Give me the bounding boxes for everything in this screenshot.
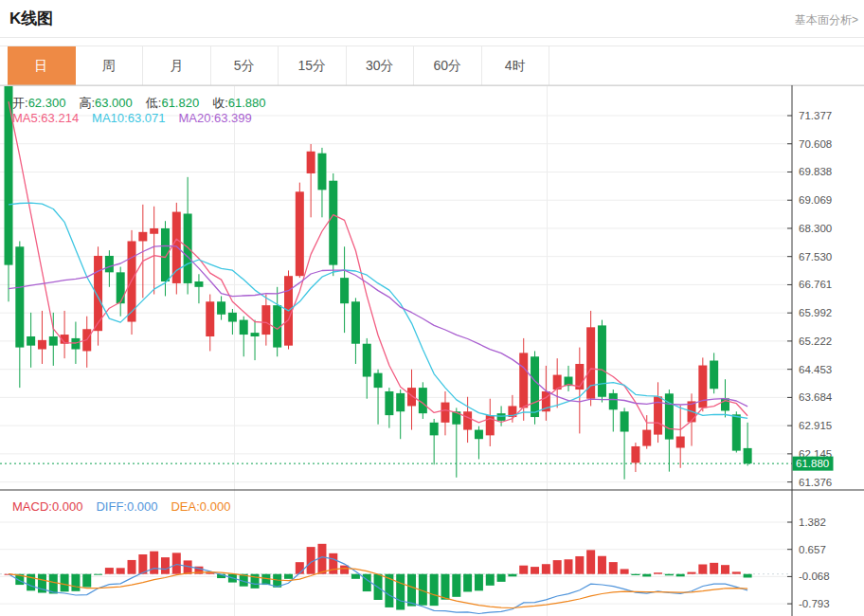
axis-label: -0.068 [799,571,830,582]
macd-bar-negative [475,574,483,591]
macd-bar-negative [351,574,360,579]
axis-label: 63.684 [799,391,833,403]
macd-bar-negative [94,574,102,575]
last-price-badge-text: 61.880 [796,458,829,469]
candle-down [317,154,326,190]
candle-up [307,152,315,173]
macd-bar-negative [665,574,674,576]
axis-label: 61.376 [799,477,832,488]
candle-down [105,256,114,272]
kline-canvas[interactable]: 71.37770.60869.83869.06968.30067.53066.7… [0,0,864,616]
macd-bar-negative [396,574,405,610]
macd-bar-negative [407,574,416,607]
macd-bar-positive [698,565,707,574]
macd-bar-positive [721,565,729,574]
macd-bar-negative [486,574,495,586]
candle-up [631,446,639,462]
candle-up [38,340,46,350]
macd-bar-positive [317,544,326,574]
macd-bar-negative [744,574,752,578]
macd-bar-negative [61,574,69,592]
candle-down [15,246,24,347]
candle-down [5,85,13,264]
macd-bar-positive [575,556,584,574]
candle-up [441,403,449,423]
candle-down [385,391,393,415]
axis-label: 71.377 [799,110,832,121]
axis-label: 69.838 [799,166,832,177]
candle-down [598,325,606,396]
candle-down [363,344,371,377]
macd-bar-positive [586,550,595,573]
macd-bar-positive [609,562,618,574]
macd-bar-negative [82,574,91,588]
kline-page: K线图 基本面分析> 日周月5分15分30分60分4时 71.37770.608… [0,0,864,616]
candle-down [430,423,439,436]
macd-bar-negative [430,574,439,606]
axis-label: 66.761 [799,279,832,290]
macd-bar-negative [261,574,270,585]
candle-up [407,388,416,406]
macd-bar-positive [105,568,114,574]
macd-bar-negative [363,574,371,591]
candle-down [184,213,192,282]
axis-label: 62.915 [799,420,832,431]
axis-label: 67.530 [799,251,832,263]
axis-label: 0.657 [799,544,826,555]
macd-bar-negative [452,574,460,597]
candle-down [49,336,58,346]
macd-layer [5,544,752,614]
candle-down [228,313,237,322]
macd-bar-positive [542,564,550,573]
macd-bar-positive [565,559,573,573]
candle-down [117,272,125,303]
candle-up [463,411,472,429]
macd-bar-negative [642,574,651,577]
candle-up [296,191,304,276]
candle-up [172,212,181,283]
macd-bar-positive [150,552,158,574]
macd-bar-positive [128,560,136,574]
macd-bar-negative [463,574,472,592]
macd-bar-negative [631,574,639,575]
candles-layer [5,83,752,480]
candle-down [27,336,35,346]
candle-down [251,333,260,336]
axis-label: 64.453 [799,364,832,375]
axis-label: 70.608 [799,138,832,150]
candle-down [609,393,618,409]
macd-bar-positive [296,562,304,574]
macd-bar-negative [508,574,516,577]
axis-label: 68.300 [799,223,832,234]
candle-up [206,301,214,336]
candle-down [732,414,741,450]
candle-up [676,437,685,448]
macd-bar-positive [621,569,629,573]
candle-up [261,305,270,335]
candle-down [396,393,405,411]
macd-bar-positive [710,563,718,574]
macd-bar-negative [71,574,80,591]
axis-label: 69.069 [799,194,832,206]
macd-bar-positive [688,572,696,574]
candle-down [340,278,349,303]
axis-label: 1.382 [799,516,826,528]
axis-label: 65.992 [799,307,832,318]
macd-bar-positive [553,560,562,574]
macd-bar-positive [161,557,170,574]
candle-down [710,361,718,390]
candle-down [217,301,225,315]
macd-bar-negative [497,574,506,582]
candle-down [71,338,80,350]
macd-bar-positive [598,556,606,574]
macd-bar-positive [531,567,539,574]
candle-up [150,228,158,234]
candle-down [744,448,752,463]
candle-down [621,411,629,431]
macd-bar-negative [284,574,293,579]
axis-label: -0.793 [799,598,830,609]
candle-down [194,281,203,287]
candle-down [161,228,170,281]
candle-up [138,232,147,242]
macd-bar-positive [172,553,181,573]
